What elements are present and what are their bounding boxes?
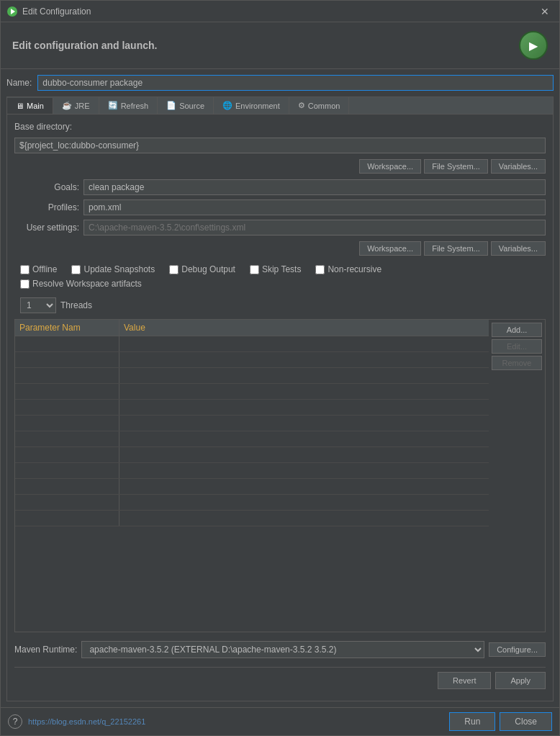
params-side-buttons: Add... Edit... Remove (489, 320, 545, 632)
title-bar: Edit Configuration ✕ (1, 1, 559, 22)
table-row (15, 447, 489, 463)
name-label: Name: (6, 78, 32, 88)
profiles-label: Profiles: (14, 202, 79, 212)
goals-row: Goals: (14, 179, 546, 195)
bottom-actions: Revert Apply (14, 667, 546, 694)
tab-jre[interactable]: ☕ JRE (53, 97, 99, 114)
user-settings-row: User settings: (14, 220, 546, 235)
table-row (15, 431, 489, 447)
header-bar: Edit configuration and launch. ▶ (1, 22, 559, 69)
threads-row: 1 2 4 Threads (14, 296, 546, 315)
maven-runtime-select[interactable]: apache-maven-3.5.2 (EXTERNAL D:\apache-m… (81, 641, 484, 658)
threads-select[interactable]: 1 2 4 (20, 297, 56, 313)
skip-tests-checkbox-label: Skip Tests (262, 264, 301, 274)
help-button[interactable]: ? (8, 714, 22, 729)
params-table-inner: Parameter Nam Value (15, 320, 545, 632)
user-settings-buttons: Workspace... File System... Variables... (14, 241, 546, 256)
table-row (15, 336, 489, 352)
params-table-main: Parameter Nam Value (15, 320, 489, 632)
header-title: Edit configuration and launch. (12, 40, 157, 51)
workspace-button-2[interactable]: Workspace... (359, 241, 421, 256)
offline-checkbox[interactable]: Offline (20, 264, 57, 274)
update-snapshots-checkbox-label: Update Snapshots (83, 264, 155, 274)
source-tab-label: Source (179, 102, 204, 110)
tab-common[interactable]: ⚙ Common (289, 97, 350, 114)
environment-tab-icon: 🌐 (222, 101, 232, 110)
resolve-workspace-checkbox[interactable]: Resolve Workspace artifacts (20, 279, 540, 289)
refresh-tab-icon: 🔄 (108, 101, 118, 110)
base-directory-label: Base directory: (14, 122, 546, 132)
goals-input[interactable] (83, 179, 546, 195)
main-tab-icon: 🖥 (16, 102, 24, 110)
jre-tab-label: JRE (75, 102, 90, 110)
main-tab-label: Main (27, 102, 44, 110)
jre-tab-icon: ☕ (62, 101, 72, 110)
app-icon (6, 6, 18, 17)
tab-environment[interactable]: 🌐 Environment (214, 97, 289, 114)
tab-source[interactable]: 📄 Source (158, 97, 214, 114)
offline-checkbox-label: Offline (32, 264, 57, 274)
resolve-workspace-checkbox-input[interactable] (20, 279, 30, 289)
offline-checkbox-input[interactable] (20, 265, 30, 274)
run-button[interactable]: Run (449, 712, 495, 731)
threads-label: Threads (60, 300, 92, 310)
play-icon: ▶ (529, 39, 538, 53)
run-icon-button[interactable]: ▶ (519, 31, 548, 60)
close-button[interactable]: Close (500, 712, 552, 731)
common-tab-label: Common (308, 102, 340, 110)
debug-output-checkbox-label: Debug Output (181, 264, 235, 274)
source-tab-icon: 📄 (166, 101, 176, 110)
name-row: Name: (6, 75, 554, 91)
table-row (15, 463, 489, 479)
skip-tests-checkbox[interactable]: Skip Tests (250, 264, 301, 274)
content-area: Name: 🖥 Main ☕ JRE 🔄 Refresh 📄 Source � (1, 69, 559, 707)
tab-refresh[interactable]: 🔄 Refresh (99, 97, 158, 114)
help-icon: ? (13, 717, 18, 727)
variables-button-2[interactable]: Variables... (491, 241, 546, 256)
edit-configuration-window: Edit Configuration ✕ Edit configuration … (0, 0, 560, 736)
close-window-button[interactable]: ✕ (536, 4, 554, 19)
params-table-rows (15, 336, 489, 632)
remove-param-button[interactable]: Remove (492, 356, 542, 370)
main-panel: Base directory: Workspace... File System… (6, 114, 554, 701)
maven-runtime-label: Maven Runtime: (14, 645, 77, 655)
user-settings-label: User settings: (14, 223, 79, 233)
refresh-tab-label: Refresh (121, 102, 149, 110)
debug-output-checkbox-input[interactable] (169, 265, 179, 274)
apply-button[interactable]: Apply (495, 672, 546, 689)
footer-buttons: Run Close (449, 712, 552, 731)
table-row (15, 416, 489, 431)
debug-output-checkbox[interactable]: Debug Output (169, 264, 235, 274)
table-row (15, 400, 489, 416)
user-settings-input[interactable] (83, 220, 546, 235)
base-directory-input[interactable] (14, 138, 546, 153)
update-snapshots-checkbox[interactable]: Update Snapshots (71, 264, 155, 274)
footer: ? https://blog.esdn.net/q_22152261 Run C… (1, 707, 559, 735)
add-param-button[interactable]: Add... (492, 323, 542, 337)
table-row (15, 511, 489, 526)
non-recursive-checkbox-label: Non-recursive (328, 264, 381, 274)
update-snapshots-checkbox-input[interactable] (71, 265, 81, 274)
tab-main[interactable]: 🖥 Main (7, 98, 53, 114)
params-col-name-header: Parameter Nam (15, 320, 119, 336)
configure-button[interactable]: Configure... (489, 642, 546, 657)
table-row (15, 352, 489, 368)
non-recursive-checkbox[interactable]: Non-recursive (315, 264, 381, 274)
variables-button-1[interactable]: Variables... (491, 159, 546, 174)
table-row (15, 495, 489, 511)
title-bar-left: Edit Configuration (6, 6, 91, 17)
environment-tab-label: Environment (235, 102, 280, 110)
file-system-button-1[interactable]: File System... (424, 159, 488, 174)
edit-param-button[interactable]: Edit... (492, 339, 542, 354)
maven-runtime-row: Maven Runtime: apache-maven-3.5.2 (EXTER… (14, 637, 546, 663)
profiles-row: Profiles: (14, 199, 546, 215)
non-recursive-checkbox-input[interactable] (315, 265, 325, 274)
table-row (15, 479, 489, 495)
revert-button[interactable]: Revert (438, 672, 491, 689)
workspace-button-1[interactable]: Workspace... (359, 159, 421, 174)
skip-tests-checkbox-input[interactable] (250, 265, 259, 274)
common-tab-icon: ⚙ (298, 101, 305, 110)
name-input[interactable] (37, 75, 554, 91)
profiles-input[interactable] (83, 199, 546, 215)
file-system-button-2[interactable]: File System... (424, 241, 488, 256)
